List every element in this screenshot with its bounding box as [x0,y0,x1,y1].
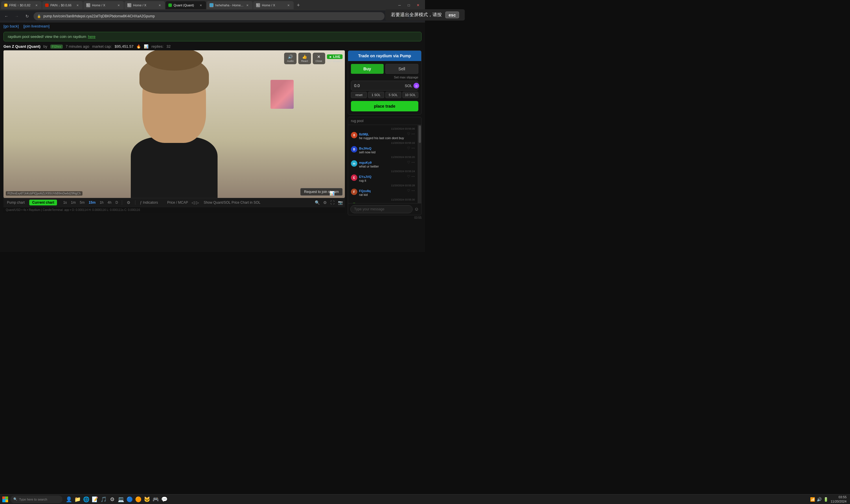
place-trade-button[interactable]: place trade [351,101,418,111]
username-2[interactable]: BvJHvQ [359,147,372,150]
show-chart-btn[interactable]: Show Quant/SOL Price Chart in SOL [201,200,263,205]
page-content: [go back] [join livestream] raydium pool… [0,22,425,252]
address-bar-row: ← → ↻ 🔒 pump.fun/coin/3an8rhdepsl.cya22a… [0,11,425,22]
minimize-button[interactable]: ─ [396,2,403,9]
indicators-btn[interactable]: ƒ Indicators [138,200,160,205]
tf-1m[interactable]: 1m [69,200,77,205]
pump-chart-tab[interactable]: Pump chart [5,200,27,205]
forward-button[interactable]: → [13,12,21,20]
chat-time-display: 03:55 [348,215,421,220]
chat-messages: 11/20/2024 03:55:06 8 8ztMjL he rugged h… [348,125,418,203]
like-icon-2[interactable]: ♡ [407,146,410,150]
tab-hehe[interactable]: 🌐 hehehaha - Home... ✕ [206,1,253,9]
chat-message-4: E EYsJVQ rug it ♡ ⋯ [350,174,416,183]
sell-button[interactable]: Sell [385,64,419,74]
fullscreen-chart-icon[interactable]: ⛶ [329,199,335,206]
join-stream-button[interactable]: Request to join stream [300,188,343,196]
slippage-row[interactable]: Set max slippage [348,74,421,79]
more-icon-2[interactable]: ⋯ [411,146,415,150]
arrow-left-icon[interactable]: ◁ [192,200,195,205]
msg-text-5: rat kid [359,193,405,196]
tf-4h[interactable]: 4h [106,200,113,205]
like-icon-1[interactable]: ♡ [407,132,410,136]
close-window-button[interactable]: ✕ [415,2,421,9]
market-cap-value: $95,451.57 [114,44,133,49]
divider-1 [122,200,122,205]
price-mcap-label: Price / MCAP [167,200,188,204]
1sol-button[interactable]: 1 SOL [368,92,384,98]
tab-favicon-home3: 𝕏 [256,3,260,7]
back-button[interactable]: ← [2,12,11,20]
like-icon-4[interactable]: ♡ [407,175,410,179]
buy-button[interactable]: Buy [351,64,384,74]
reload-button[interactable]: ↻ [23,12,31,20]
tab-home2[interactable]: 𝕏 Home / X ✕ [124,1,165,9]
chat-actions-5: ♡ ⋯ [407,188,415,193]
reset-button[interactable]: reset [351,92,367,98]
tab-close-home2[interactable]: ✕ [157,3,162,7]
more-icon-4[interactable]: ⋯ [411,175,415,179]
window-controls: ─ □ ✕ [396,2,424,9]
replies-label: replies: [151,44,163,49]
username-4[interactable]: EYsJVQ [359,175,372,179]
new-tab-button[interactable]: + [294,1,302,9]
more-icon-5[interactable]: ⋯ [411,188,415,193]
tab-close-hehe[interactable]: ✕ [245,3,250,7]
audio-button[interactable]: 🔊 Audio [284,53,296,64]
chart-icon: 📊 [144,44,148,49]
10sol-button[interactable]: 10 SOL [402,92,418,98]
coin-creator-badge[interactable]: FI2hrx [50,44,63,49]
maximize-button[interactable]: □ [405,2,412,9]
join-livestream-link[interactable]: [join livestream] [23,24,50,28]
tab-close-pain[interactable]: ✕ [75,3,80,7]
tab-pain[interactable]: PAIN ↓ $0.0,66 ✕ [42,1,83,9]
tab-close-frie[interactable]: ✕ [34,3,39,7]
stats-icon[interactable]: 📊 [329,191,334,196]
go-back-link[interactable]: [go back] [3,24,19,28]
notification-text: raydium pool seeded! view the coin on ra… [8,34,86,39]
tab-frie[interactable]: 🟡 FRIE ↑ $0.0,82 ✕ [1,1,42,9]
tf-d[interactable]: D [114,200,120,205]
chat-input[interactable] [350,205,413,213]
background-decoration [271,80,294,109]
close-stream-button[interactable]: ✕ Close [313,53,325,64]
tab-favicon-frie: 🟡 [4,3,7,7]
tab-close-home3[interactable]: ✕ [286,3,291,7]
username-3[interactable]: mguKy9 [359,161,372,164]
msg-content-2: BvJHvQ sell now kid [359,146,405,154]
like-icon-5[interactable]: ♡ [407,188,410,193]
settings-btn[interactable]: ⚙ [124,200,133,205]
tab-close-home1[interactable]: ✕ [116,3,121,7]
tab-home3[interactable]: 𝕏 Home / X ✕ [253,1,294,9]
live-badge-container: ► LIVE 427 viewers [327,54,343,63]
tf-1h[interactable]: 1h [98,200,105,205]
tab-home1[interactable]: 𝕏 Home / X ✕ [83,1,124,9]
raydium-link[interactable]: here [88,34,95,39]
tf-5m[interactable]: 5m [78,200,86,205]
stream-video [3,50,345,198]
tab-close-quant[interactable]: ✕ [198,3,203,7]
chat-scrollbar[interactable] [418,125,421,203]
5sol-button[interactable]: 5 SOL [385,92,401,98]
username-5[interactable]: FQzo8q [359,189,370,193]
sol-input[interactable] [354,83,405,88]
tab-favicon-quant [168,3,172,7]
tf-1s[interactable]: 1s [61,200,68,205]
fullscreen-text: 若要退出全屏模式，请按 [391,12,425,18]
chat-input-row: ☺ [348,203,421,215]
react-button[interactable]: 👍 React [298,53,311,64]
search-chart-icon[interactable]: 🔍 [314,199,321,206]
more-icon-3[interactable]: ⋯ [411,160,415,164]
chart-settings-icon[interactable]: ⚙ [322,199,328,206]
more-icon-1[interactable]: ⋯ [411,132,415,136]
tab-quant[interactable]: Quant (Quant) ✕ [165,1,206,9]
address-bar[interactable]: 🔒 pump.fun/coin/3an8rhdepsl.cya22af7qDBK… [34,12,384,20]
current-chart-tab[interactable]: Current chart [29,200,57,205]
arrow-right-icon[interactable]: ▷ [196,200,199,205]
camera-chart-icon[interactable]: 📷 [337,199,344,206]
emoji-button[interactable]: ☺ [414,206,419,212]
username-1[interactable]: 8ztMjL [359,132,369,136]
like-icon-3[interactable]: ♡ [407,160,410,164]
tf-15m[interactable]: 15m [87,200,97,205]
live-badge: ► LIVE [327,54,343,59]
